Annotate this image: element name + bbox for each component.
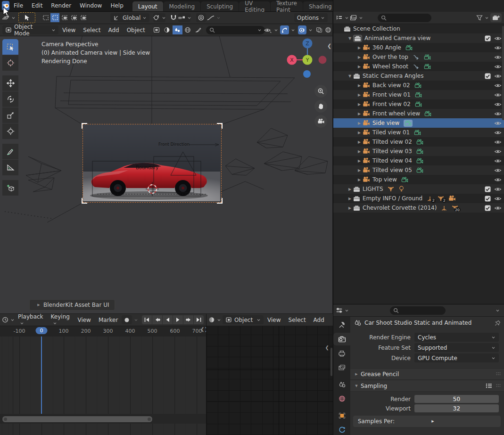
disclosure-triangle[interactable]: ▶: [347, 206, 353, 210]
properties-tab-render[interactable]: [333, 333, 350, 345]
tool-cursor[interactable]: [2, 55, 18, 71]
timeline-menu-view[interactable]: View: [74, 317, 94, 323]
outliner-row[interactable]: ▼Static Camera Angles: [333, 71, 504, 81]
blenderkit-asset-bar-button[interactable]: ▶ BlenderKit Asset Bar UI: [29, 299, 115, 311]
disclosure-triangle[interactable]: ▶: [347, 187, 353, 191]
outliner-row[interactable]: Scene Collection: [333, 24, 504, 33]
gizmo-z-neg-axis[interactable]: [303, 70, 311, 78]
pin-icon[interactable]: [495, 320, 501, 326]
blenderkit-search-input[interactable]: [206, 26, 265, 34]
outliner-filter-dropdown[interactable]: [476, 13, 488, 22]
outliner-item-name[interactable]: Tiled view 01: [372, 129, 410, 136]
outliner-row[interactable]: ▼Animated Camera view: [333, 33, 504, 43]
disclosure-triangle[interactable]: ▶: [356, 55, 363, 59]
tool-rotate[interactable]: [2, 91, 18, 107]
sidebar-collapse-arrow[interactable]: ❮: [327, 43, 331, 49]
collection-checkbox[interactable]: [485, 196, 491, 202]
disclosure-triangle[interactable]: ▶: [356, 65, 363, 69]
hide-viewport-toggle[interactable]: [494, 74, 502, 79]
outliner-item-name[interactable]: Front wheel view: [372, 110, 420, 117]
tool-move[interactable]: [2, 75, 18, 91]
tool-annotate[interactable]: [2, 144, 18, 159]
disclosure-triangle[interactable]: ▶: [356, 121, 363, 125]
properties-tab-world[interactable]: [333, 392, 350, 405]
show-object-types-dropdown[interactable]: [265, 25, 277, 34]
disclosure-triangle[interactable]: ▶: [356, 102, 363, 107]
viewport-menu-object[interactable]: Object: [123, 27, 149, 33]
shading-wireframe-button[interactable]: [323, 25, 332, 34]
sampling-panel[interactable]: ▼ Sampling: [350, 380, 504, 392]
properties-tab-output[interactable]: [333, 347, 350, 360]
disclosure-triangle[interactable]: ▶: [356, 83, 363, 88]
outliner-item-name[interactable]: LIGHTS: [363, 186, 383, 192]
hide-viewport-toggle[interactable]: [494, 36, 502, 41]
outliner-item-name[interactable]: Tilted view 05: [372, 167, 412, 173]
secondary-menu-select[interactable]: Select: [285, 317, 310, 323]
mode-dropdown-2[interactable]: Object: [223, 315, 264, 324]
tool-add-cube[interactable]: [2, 180, 18, 196]
hide-viewport-toggle[interactable]: [494, 140, 502, 145]
outliner-item-name[interactable]: Chevrolet Corvette (2014): [363, 205, 437, 211]
hide-viewport-toggle[interactable]: [494, 205, 502, 211]
nav-zoom-button[interactable]: [314, 85, 327, 98]
outliner-row[interactable]: ▶Tilted view 04: [333, 156, 504, 165]
outliner-item-name[interactable]: Static Camera Angles: [363, 73, 423, 79]
prev-keyframe-button[interactable]: [152, 315, 162, 324]
timeline-editor-type-button[interactable]: [2, 315, 14, 324]
hide-viewport-toggle[interactable]: [494, 196, 502, 201]
viewport-menu-select[interactable]: Select: [79, 27, 104, 33]
viewport-menu-add[interactable]: Add: [104, 27, 123, 33]
outliner-row[interactable]: ▶Tilted view 03: [333, 147, 504, 156]
outliner-item-name[interactable]: Wheel Shoot: [372, 63, 408, 70]
properties-editor-type-button[interactable]: [336, 306, 348, 315]
outliner-row[interactable]: ▶Empty INFO / Ground22: [333, 194, 504, 203]
outliner-row[interactable]: ▶360 Angle: [333, 43, 504, 52]
active-tool-button[interactable]: [18, 12, 35, 23]
current-frame-indicator[interactable]: 0: [36, 327, 48, 334]
hide-viewport-toggle[interactable]: [494, 149, 502, 154]
hide-viewport-toggle[interactable]: [494, 168, 502, 173]
secondary-menu-view[interactable]: View: [264, 317, 284, 323]
proportional-editing-toggle[interactable]: [196, 13, 206, 22]
outliner-item-name[interactable]: Empty INFO / Ground: [363, 195, 422, 202]
outliner-row[interactable]: ▶Tilted view 05: [333, 165, 504, 175]
tool-measure[interactable]: [2, 160, 18, 175]
asset-type-brush[interactable]: [193, 25, 203, 34]
nav-pan-button[interactable]: [314, 100, 327, 113]
timeline-menu-keying[interactable]: Keying: [47, 313, 74, 327]
outliner-item-name[interactable]: Tilted view 04: [372, 157, 412, 164]
select-mode-circle-select[interactable]: [60, 13, 69, 22]
collection-checkbox[interactable]: [485, 205, 491, 211]
workspace-tab-layout[interactable]: Layout: [132, 1, 163, 11]
workspace-tab-texture-paint[interactable]: Texture Paint: [271, 1, 303, 11]
outliner-row[interactable]: ▶LIGHTS: [333, 184, 504, 194]
hide-viewport-toggle[interactable]: [494, 187, 502, 192]
nav-camera-view-button[interactable]: [314, 115, 327, 128]
sampling-render-field[interactable]: 50: [414, 395, 499, 403]
secondary-menu-add[interactable]: Add: [310, 317, 328, 323]
outliner-row[interactable]: ▶Tilted view 02: [333, 137, 504, 147]
hide-viewport-toggle[interactable]: [494, 102, 502, 107]
hide-viewport-toggle[interactable]: [494, 92, 502, 98]
asset-type-scene[interactable]: [173, 25, 182, 34]
options-dropdown[interactable]: Options: [294, 13, 328, 22]
hide-viewport-toggle[interactable]: [494, 111, 502, 116]
collection-checkbox[interactable]: [485, 35, 491, 41]
play-button[interactable]: [173, 315, 183, 324]
workspace-tab-uv-editing[interactable]: UV Editing: [239, 1, 270, 11]
device-dropdown[interactable]: GPU Compute: [414, 353, 499, 362]
workspace-tab-modeling[interactable]: Modeling: [164, 1, 201, 11]
outliner-item-name[interactable]: Front view 01: [372, 91, 411, 98]
select-mode-paint-select[interactable]: [79, 13, 88, 22]
transform-orientation-dropdown[interactable]: Global: [110, 13, 149, 22]
snap-magnet-icon[interactable]: [170, 15, 177, 21]
select-mode-tweak[interactable]: [41, 13, 50, 22]
tool-scale[interactable]: [2, 107, 18, 123]
auto-keying-toggle[interactable]: [122, 315, 132, 324]
outliner-row[interactable]: ▶Front wheel view: [333, 109, 504, 118]
outliner-row[interactable]: ▶Tiled view 01: [333, 128, 504, 137]
menu-help[interactable]: Help: [106, 2, 127, 9]
disclosure-triangle[interactable]: ▶: [356, 149, 363, 154]
timeline-scrollbar[interactable]: [2, 416, 153, 423]
outliner-item-name[interactable]: Front view 02: [372, 101, 411, 107]
